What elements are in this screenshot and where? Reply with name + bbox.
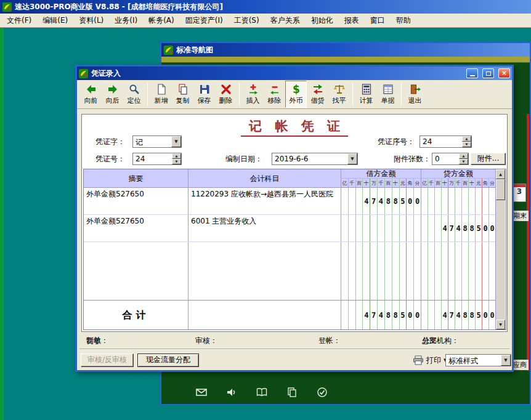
voucher-entry-dialog: 凭证录入 × 向前 向后 定位 新增 (75, 65, 514, 372)
toolbar-button-insert[interactable]: 插入 (242, 81, 264, 108)
auditor-field: 审核： (195, 336, 217, 346)
document-icon (382, 83, 394, 95)
period-end-shortcut-label[interactable]: 期末 (511, 211, 529, 221)
header-account: 会计科目 (188, 169, 341, 188)
account-cell[interactable]: 6001 主营业务收入 (188, 215, 341, 241)
close-button[interactable]: × (498, 68, 510, 78)
branch-value: 总部 (422, 336, 437, 346)
toolbar-button-copy[interactable]: 复制 (172, 81, 193, 108)
menu-item-reports[interactable]: 报表 (339, 14, 365, 28)
date-combo[interactable]: 2019-6-6 ▼ (272, 153, 358, 165)
attachment-count-spinner[interactable]: 0 ▲▼ (432, 153, 469, 165)
menu-item-payroll[interactable]: 工资(S) (229, 14, 265, 28)
desktop-edge-strip (0, 28, 4, 420)
menu-item-business[interactable]: 业务(I) (109, 14, 143, 28)
spin-up-icon[interactable]: ▲ (459, 153, 468, 159)
table-header-row: 摘要 会计科目 借方金额 亿千百十万千百十元角分 贷方金额 亿千百十万千百十元角… (84, 169, 495, 188)
chevron-down-icon[interactable]: ▼ (171, 136, 181, 147)
table-empty-area[interactable] (84, 242, 495, 300)
toolbar-button-balance[interactable]: 找平 (328, 81, 350, 108)
voucher-seq-value: 24 (420, 136, 462, 147)
check-task-icon[interactable] (317, 387, 328, 398)
menu-item-edit[interactable]: 编辑(E) (37, 14, 73, 28)
voucher-word-label: 凭证字： (95, 135, 125, 148)
print-button[interactable]: 打印 ▼ (413, 353, 447, 367)
remove-icon (269, 83, 281, 95)
toolbar-button-save[interactable]: 保存 (193, 81, 215, 108)
menu-item-window[interactable]: 窗口 (365, 14, 391, 28)
toolbar-button-exit[interactable]: 退出 (404, 81, 426, 108)
spin-up-icon[interactable]: ▲ (462, 136, 471, 142)
attachment-button[interactable]: 附件... (471, 153, 506, 165)
scroll-up-icon[interactable]: ▲ (496, 169, 505, 179)
arrow-back-icon (85, 83, 97, 95)
save-floppy-icon (198, 83, 211, 95)
toolbar-button-delete[interactable]: 删除 (215, 81, 237, 108)
menu-item-accounting[interactable]: 帐务(A) (143, 14, 180, 28)
menu-item-help[interactable]: 帮助 (391, 14, 416, 28)
header-summary: 摘要 (84, 169, 188, 188)
summary-cell[interactable]: 外单金额527650 (84, 188, 188, 214)
voucher-no-spinner[interactable]: 24 ▲▼ (132, 153, 182, 165)
minimize-button[interactable] (466, 68, 478, 78)
dialog-titlebar[interactable]: 凭证录入 × (77, 67, 512, 80)
voucher-no-value: 24 (133, 153, 172, 164)
debit-amount (341, 215, 421, 241)
spin-down-icon[interactable]: ▼ (459, 159, 468, 164)
toolbar-button-debit-credit[interactable]: 借贷 (307, 81, 328, 108)
toolbar-button-foreign-currency[interactable]: $ 外币 (285, 81, 307, 108)
attachment-count-value: 0 (432, 153, 459, 164)
maximize-button[interactable] (482, 68, 494, 78)
menu-item-crm[interactable]: 客户关系 (265, 14, 306, 28)
audit-toggle-button[interactable]: 审核/反审核 (81, 353, 134, 367)
account-cell[interactable]: 11220293 应收帐款→越西县第一人民医院 (188, 188, 341, 214)
speaker-icon[interactable] (226, 387, 237, 398)
voucher-footer: 制单：晋敏 审核： 登帐： 分支机构：总部 (77, 336, 512, 345)
voucher-seq-spinner[interactable]: 24 ▲▼ (420, 135, 472, 148)
toolbar-button-remove[interactable]: 移除 (264, 81, 285, 108)
spin-down-icon[interactable]: ▼ (172, 159, 181, 164)
toolbar-button-calculate[interactable]: 计算 (355, 81, 377, 108)
table-row[interactable]: 外单金额527650 11220293 应收帐款→越西县第一人民医院 47488… (84, 188, 495, 215)
menu-item-file[interactable]: 文件(F) (1, 14, 37, 28)
toolbar-button-locate[interactable]: 定位 (123, 81, 145, 108)
maker-value: 晋敏 (86, 336, 101, 346)
foreign-currency-icon: $ (290, 83, 302, 95)
credit-amount-empty (421, 242, 495, 300)
svg-text:$: $ (293, 83, 300, 95)
dialog-icon (79, 69, 88, 78)
chevron-down-icon[interactable]: ▼ (501, 355, 511, 366)
summary-cell[interactable]: 外单金额527650 (84, 215, 188, 241)
voucher-word-combo[interactable]: 记 ▼ (132, 135, 182, 148)
scroll-down-icon[interactable]: ▼ (496, 320, 505, 329)
scroll-thumb[interactable] (496, 179, 505, 200)
table-row[interactable]: 外单金额527650 6001 主营业务收入 47488500 (84, 215, 495, 242)
supplier-shortcut-label[interactable]: 应商 (511, 360, 529, 370)
toolbar-button-forward[interactable]: 向后 (102, 81, 123, 108)
mail-icon[interactable] (196, 387, 207, 398)
toolbar-separator (147, 83, 148, 106)
spin-down-icon[interactable]: ▼ (462, 142, 471, 147)
cashflow-allocation-button[interactable]: 现金流量分配 (137, 353, 199, 367)
exit-door-icon (409, 83, 421, 95)
poster-field: 登帐： (318, 336, 341, 346)
chevron-down-icon[interactable]: ▼ (347, 153, 357, 164)
menu-item-fixed-assets[interactable]: 固定资产(I) (180, 14, 229, 28)
period-end-shortcut-icon[interactable]: 3 (513, 184, 526, 202)
scroll-track[interactable] (496, 200, 505, 320)
toolbar-button-new[interactable]: 新增 (150, 81, 172, 108)
dialog-actions: 审核/反审核 现金流量分配 打印 ▼ 标准样式 ▼ (77, 352, 512, 368)
book-icon[interactable] (256, 387, 267, 398)
print-style-combo[interactable]: 标准样式 ▼ (445, 354, 511, 366)
voucher-table: 摘要 会计科目 借方金额 亿千百十万千百十元角分 贷方金额 亿千百十万千百十元角… (83, 169, 506, 330)
table-scrollbar[interactable]: ▲ ▼ (495, 169, 505, 329)
spin-up-icon[interactable]: ▲ (172, 153, 181, 159)
nav-window-titlebar[interactable]: 标准导航图 (161, 43, 530, 57)
pages-icon[interactable] (286, 387, 298, 398)
menu-item-initialize[interactable]: 初始化 (306, 14, 339, 28)
menu-item-data[interactable]: 资料(L) (73, 14, 109, 28)
toolbar-button-document[interactable]: 单据 (377, 81, 399, 108)
app-titlebar: 速达3000-PRO商业版 V8.88 - [成都培能医疗科技有限公司] (0, 0, 531, 14)
toolbar-button-back[interactable]: 向前 (80, 81, 102, 108)
header-debit: 借方金额 亿千百十万千百十元角分 (341, 169, 421, 188)
